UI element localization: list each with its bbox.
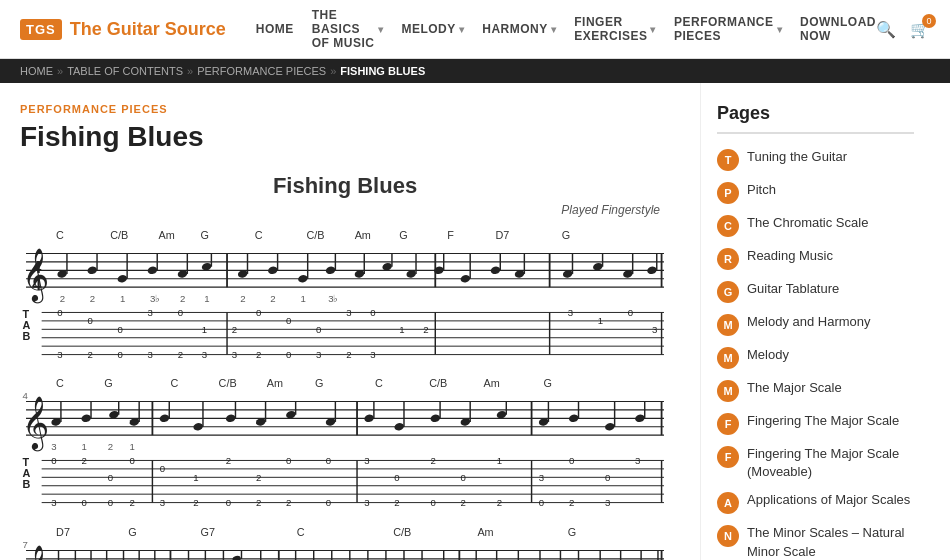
sidebar-badge-c: C [717, 215, 739, 237]
sidebar-item-major-scale[interactable]: M The Major Scale [717, 379, 914, 402]
svg-text:2: 2 [90, 293, 95, 304]
cart-wrapper[interactable]: 🛒 0 [910, 20, 930, 39]
nav-performance[interactable]: PERFORMANCE PIECES ▾ [674, 15, 782, 43]
sidebar-badge-p: P [717, 182, 739, 204]
nav-melody[interactable]: MELODY ▾ [401, 22, 464, 36]
svg-point-41 [325, 266, 336, 275]
svg-text:2: 2 [180, 293, 185, 304]
sidebar-item-minor-scale[interactable]: N The Minor Scales – Natural Minor Scale [717, 524, 914, 560]
svg-text:3: 3 [539, 472, 544, 483]
sidebar-label-reading: Reading Music [747, 247, 833, 265]
sidebar-item-reading[interactable]: R Reading Music [717, 247, 914, 270]
sidebar-label-minor-scale: The Minor Scales – Natural Minor Scale [747, 524, 914, 560]
svg-text:0: 0 [539, 498, 544, 508]
svg-text:3: 3 [148, 349, 153, 359]
breadcrumb-performance[interactable]: PERFORMANCE PIECES [197, 65, 326, 77]
svg-text:1: 1 [497, 455, 502, 466]
svg-text:2: 2 [256, 349, 261, 359]
svg-point-149 [193, 422, 204, 431]
svg-text:Am: Am [158, 229, 174, 241]
svg-text:0: 0 [118, 349, 123, 359]
nav-home[interactable]: HOME [256, 22, 294, 36]
svg-text:C: C [56, 377, 64, 389]
svg-text:C: C [255, 229, 263, 241]
svg-text:B: B [22, 330, 30, 342]
svg-text:3: 3 [364, 498, 369, 508]
svg-text:G: G [568, 526, 576, 538]
svg-text:0: 0 [57, 307, 62, 318]
nav-finger[interactable]: FINGER EXERCISES ▾ [574, 15, 656, 43]
nav: HOME THE BASICS OF MUSIC ▾ MELODY ▾ HARM… [256, 8, 876, 50]
svg-text:G: G [104, 377, 112, 389]
sidebar-item-melody-harmony[interactable]: M Melody and Harmony [717, 313, 914, 336]
nav-harmony[interactable]: HARMONY ▾ [482, 22, 556, 36]
main-content: PERFORMANCE PIECES Fishing Blues Fishing… [0, 83, 950, 560]
svg-text:0: 0 [569, 455, 574, 466]
svg-text:G: G [562, 229, 570, 241]
svg-point-37 [267, 266, 278, 275]
svg-text:𝄞: 𝄞 [22, 544, 49, 560]
svg-text:G: G [544, 377, 552, 389]
svg-text:2: 2 [423, 324, 428, 335]
sidebar-label-melody: Melody [747, 346, 789, 364]
svg-text:C/B: C/B [393, 526, 411, 538]
svg-text:C/B: C/B [219, 377, 237, 389]
sidebar-item-melody[interactable]: M Melody [717, 346, 914, 369]
header: TGS The Guitar Source HOME THE BASICS OF… [0, 0, 950, 59]
sidebar-item-chromatic[interactable]: C The Chromatic Scale [717, 214, 914, 237]
svg-text:1: 1 [193, 472, 198, 483]
staff-2: C G C C/B Am G C C/B Am G 4 [20, 375, 670, 507]
svg-text:3♭: 3♭ [150, 293, 160, 304]
svg-text:2: 2 [87, 349, 92, 359]
svg-text:C: C [56, 229, 64, 241]
sidebar-item-applications[interactable]: A Applications of Major Scales [717, 491, 914, 514]
sidebar-item-guitar-tab[interactable]: G Guitar Tablature [717, 280, 914, 303]
breadcrumb-home[interactable]: HOME [20, 65, 53, 77]
svg-text:2: 2 [226, 455, 231, 466]
svg-point-53 [490, 266, 501, 275]
sidebar-item-fingering[interactable]: F Fingering The Major Scale [717, 412, 914, 435]
sidebar-badge-a: A [717, 492, 739, 514]
logo-area[interactable]: TGS The Guitar Source [20, 19, 226, 40]
svg-text:3: 3 [364, 455, 369, 466]
sidebar-item-fingering-moveable[interactable]: F Fingering The Major Scale (Moveable) [717, 445, 914, 481]
svg-text:2: 2 [108, 441, 113, 452]
breadcrumb-current: FISHING BLUES [340, 65, 425, 77]
sidebar-item-tuning[interactable]: T Tuning the Guitar [717, 148, 914, 171]
svg-text:0: 0 [370, 307, 375, 318]
svg-point-51 [460, 274, 471, 283]
breadcrumb-toc[interactable]: TABLE OF CONTENTS [67, 65, 183, 77]
svg-point-159 [363, 414, 374, 423]
logo-icon: TGS [20, 19, 62, 40]
nav-basics[interactable]: THE BASICS OF MUSIC ▾ [312, 8, 384, 50]
sidebar-badge-m1: M [717, 314, 739, 336]
svg-text:1: 1 [202, 324, 207, 335]
svg-text:F: F [447, 229, 454, 241]
svg-point-151 [225, 414, 236, 423]
staff-1: C C/B Am G C C/B Am G F D7 G 4 4 [20, 227, 670, 359]
svg-text:0: 0 [286, 349, 291, 359]
sheet-section-1: Fishing Blues Played Fingerstyle C C/B A… [20, 173, 670, 560]
svg-text:3: 3 [370, 349, 375, 359]
svg-point-147 [159, 414, 170, 423]
svg-point-269 [232, 555, 242, 560]
svg-text:0: 0 [430, 498, 435, 508]
svg-text:3: 3 [57, 349, 62, 359]
svg-text:2: 2 [286, 498, 291, 508]
sheet-music-title: Fishing Blues [20, 173, 670, 199]
sheet-subtitle: Played Fingerstyle [20, 203, 670, 217]
nav-download[interactable]: DOWNLOAD NOW [800, 15, 876, 43]
svg-text:0: 0 [394, 472, 399, 483]
sidebar-badge-m2: M [717, 347, 739, 369]
sidebar-badge-g: G [717, 281, 739, 303]
svg-text:0: 0 [87, 315, 92, 326]
sidebar-badge-m3: M [717, 380, 739, 402]
svg-text:C/B: C/B [110, 229, 128, 241]
sidebar-item-pitch[interactable]: P Pitch [717, 181, 914, 204]
svg-text:B: B [22, 479, 30, 491]
breadcrumb-bar: HOME » TABLE OF CONTENTS » PERFORMANCE P… [0, 59, 950, 83]
svg-text:0: 0 [81, 498, 86, 508]
search-icon[interactable]: 🔍 [876, 20, 896, 39]
logo-text: The Guitar Source [70, 19, 226, 40]
svg-text:3: 3 [51, 441, 56, 452]
